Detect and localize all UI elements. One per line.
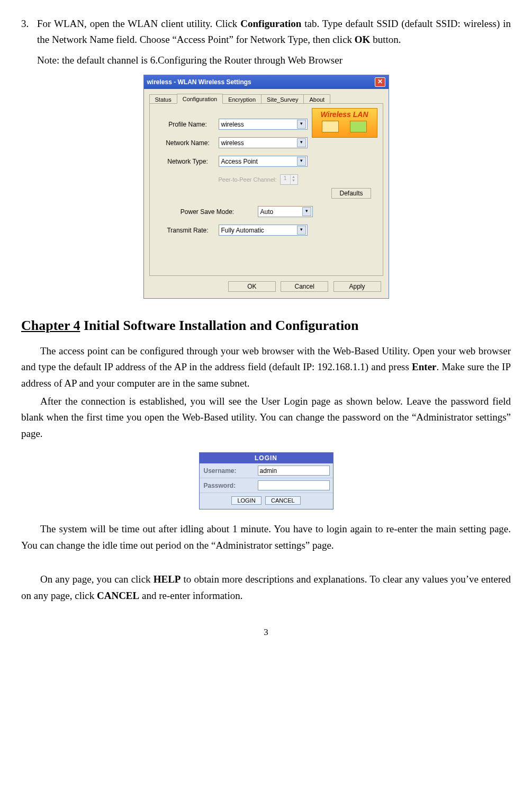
dialog-buttons: OK Cancel Apply [144,281,389,298]
wireless-lan-badge: Wireless LAN [312,108,377,138]
username-input[interactable] [258,466,330,476]
power-save-label: Power Save Mode: [157,208,258,216]
page-number: 3 [21,625,511,639]
password-label: Password: [200,479,258,493]
cancel-button[interactable]: Cancel [281,281,328,292]
tab-configuration[interactable]: Configuration [177,94,223,104]
paragraph: The system will be time out after idling… [21,521,511,553]
laptop-icon [350,121,367,132]
dialog-titlebar: wireless - WLAN Wireless Settings ✕ [144,75,389,89]
bold-cancel: CANCEL [97,590,139,601]
password-input[interactable] [258,480,330,490]
transmit-rate-combo[interactable]: Fully Automatic ▾ [219,225,308,236]
combo-value: Access Point [221,158,258,165]
transmit-rate-label: Transmit Rate: [157,227,219,234]
bold-help: HELP [154,574,181,585]
paragraph: On any page, you can click HELP to obtai… [21,571,511,604]
chevron-down-icon[interactable]: ▾ [297,157,306,166]
laptop-icon [322,121,339,132]
login-panel: LOGIN Username: Password: LOGIN CANCEL [199,452,333,509]
text: and re-enter information. [139,590,242,601]
network-name-label: Network Name: [157,139,219,147]
power-save-combo[interactable]: Auto ▾ [258,206,313,217]
combo-value: wireless [221,121,244,128]
login-button[interactable]: LOGIN [231,496,261,505]
chevron-down-icon[interactable]: ▾ [297,138,306,147]
profile-name-label: Profile Name: [157,121,219,128]
step-note: Note: the default channel is 6.Configuri… [37,52,511,68]
badge-text: Wireless LAN [312,110,377,119]
apply-button[interactable]: Apply [333,281,381,292]
username-label: Username: [200,464,258,478]
step-number: 3. [21,16,37,48]
paragraph: The access point can be configured throu… [21,343,511,391]
combo-value: Fully Automatic [221,227,264,234]
cancel-button[interactable]: CANCEL [265,496,301,505]
tab-bar: Status Configuration Encryption Site_Sur… [144,89,389,103]
peer-channel-label: Peer-to-Peer Channel: [219,176,277,183]
bold-configuration: Configuration [240,18,301,29]
ok-button[interactable]: OK [228,281,276,292]
tab-site-survey[interactable]: Site_Survey [261,94,304,104]
spinner-value: 1 [281,175,290,184]
chapter-number: Chapter 4 [21,318,80,333]
chapter-title: Initial Software Installation and Config… [80,318,358,333]
tab-panel: Wireless LAN Profile Name: wireless ▾ Ne… [149,103,383,276]
spinner-arrows-icon: ▲▼ [290,175,297,184]
text: On any page, you can click [40,574,154,585]
tab-encryption[interactable]: Encryption [222,94,262,104]
chapter-heading: Chapter 4 Initial Software Installation … [21,315,511,337]
network-name-combo[interactable]: wireless ▾ [219,137,308,148]
peer-channel-row: Peer-to-Peer Channel: 1 ▲▼ [219,174,375,185]
bold-enter: Enter [412,361,436,372]
paragraph: After the connection is established, you… [21,394,511,442]
chevron-down-icon[interactable]: ▾ [302,207,311,216]
bold-ok: OK [355,34,371,45]
defaults-button[interactable]: Defaults [331,188,371,199]
wlan-settings-dialog: wireless - WLAN Wireless Settings ✕ Stat… [143,75,389,299]
step-body: For WLAN, open the WLAN client utility. … [37,16,511,48]
dialog-title: wireless - WLAN Wireless Settings [147,78,251,86]
profile-name-combo[interactable]: wireless ▾ [219,119,308,130]
close-icon[interactable]: ✕ [375,77,385,87]
tab-status[interactable]: Status [149,94,177,104]
chevron-down-icon[interactable]: ▾ [297,120,306,129]
text: button. [370,34,401,45]
combo-value: wireless [221,139,244,147]
login-header: LOGIN [200,453,333,463]
combo-value: Auto [260,208,274,216]
tab-about[interactable]: About [303,94,330,104]
text: For WLAN, open the WLAN client utility. … [37,18,240,29]
step-3: 3. For WLAN, open the WLAN client utilit… [21,16,511,48]
peer-channel-spinner: 1 ▲▼ [280,174,298,185]
network-type-label: Network Type: [157,158,219,165]
network-type-combo[interactable]: Access Point ▾ [219,156,308,167]
chevron-down-icon[interactable]: ▾ [297,226,306,235]
